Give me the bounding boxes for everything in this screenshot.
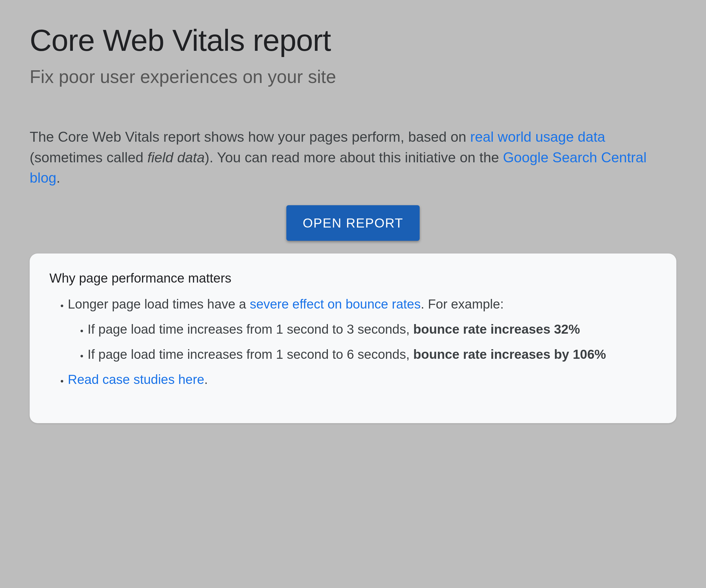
page-title: Core Web Vitals report	[30, 23, 676, 58]
why-performance-card: Why page performance matters Longer page…	[30, 253, 676, 423]
card-heading: Why page performance matters	[49, 270, 657, 286]
intro-text-mid2: ). You can read more about this initiati…	[205, 150, 503, 165]
intro-text-mid1: (sometimes called	[30, 150, 147, 165]
list-item: If page load time increases from 1 secon…	[87, 344, 657, 365]
list-item: Read case studies here.	[68, 370, 657, 389]
page-subtitle: Fix poor user experiences on your site	[30, 66, 676, 87]
page-root: Core Web Vitals report Fix poor user exp…	[0, 0, 706, 588]
sub-list: If page load time increases from 1 secon…	[68, 319, 657, 365]
list-item: Longer page load times have a severe eff…	[68, 294, 657, 365]
intro-italic: field data	[147, 150, 205, 165]
sub1-bold: bounce rate increases 32%	[413, 322, 580, 336]
intro-text-post: .	[56, 170, 61, 186]
real-world-usage-data-link[interactable]: real world usage data	[470, 129, 605, 145]
sub2-pre: If page load time increases from 1 secon…	[87, 347, 413, 362]
button-row: OPEN REPORT	[30, 205, 676, 241]
list-item: If page load time increases from 1 secon…	[87, 319, 657, 339]
bullet2-post: .	[204, 372, 208, 387]
bounce-rates-link[interactable]: severe effect on bounce rates	[250, 297, 421, 311]
intro-paragraph: The Core Web Vitals report shows how you…	[30, 127, 676, 188]
sub2-bold: bounce rate increases by 106%	[413, 347, 606, 362]
bullet1-pre: Longer page load times have a	[68, 297, 250, 311]
case-studies-link[interactable]: Read case studies here	[68, 372, 204, 387]
bullet1-post: . For example:	[421, 297, 504, 311]
open-report-button[interactable]: OPEN REPORT	[286, 205, 420, 241]
card-list: Longer page load times have a severe eff…	[49, 294, 657, 390]
intro-text-pre: The Core Web Vitals report shows how you…	[30, 129, 470, 145]
sub1-pre: If page load time increases from 1 secon…	[87, 322, 413, 336]
